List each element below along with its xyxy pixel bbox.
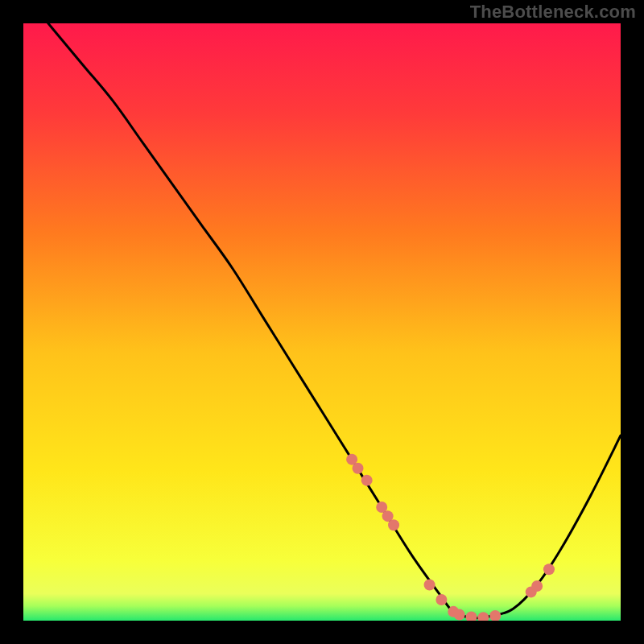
marker-point bbox=[454, 609, 465, 621]
marker-point bbox=[436, 594, 447, 605]
marker-point bbox=[543, 564, 555, 575]
gradient-background bbox=[23, 23, 621, 621]
marker-point bbox=[424, 579, 436, 590]
chart-frame: TheBottleneck.com bbox=[0, 0, 644, 644]
marker-point bbox=[353, 463, 364, 474]
bottleneck-chart bbox=[23, 23, 621, 621]
marker-point bbox=[361, 475, 373, 486]
watermark-text: TheBottleneck.com bbox=[470, 2, 636, 23]
plot-area bbox=[23, 23, 621, 621]
marker-point bbox=[388, 519, 399, 530]
marker-point bbox=[531, 580, 543, 592]
